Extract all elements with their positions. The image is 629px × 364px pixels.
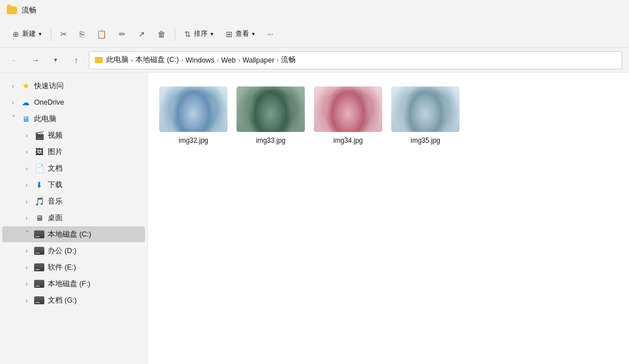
breadcrumb-folder-icon (95, 57, 103, 63)
sidebar-item-downloads[interactable]: › ⬇ 下载 (2, 177, 145, 193)
file-name-img34: img34.jpg (333, 136, 363, 144)
quick-access-chevron: › (9, 82, 17, 90)
f-drive-label: 本地磁盘 (F:) (48, 279, 140, 289)
downloads-chevron: › (23, 181, 31, 189)
file-thumbnail-img34 (314, 86, 382, 132)
downloads-icon: ⬇ (34, 180, 44, 190)
file-item-img34[interactable]: img34.jpg (314, 82, 382, 149)
onedrive-label: OneDrive (34, 98, 140, 106)
sidebar-item-c-drive[interactable]: › 本地磁盘 (C:) (2, 226, 145, 242)
file-name-img32: img32.jpg (179, 136, 208, 144)
window-title: 流畅 (22, 5, 36, 15)
breadcrumb-c-drive[interactable]: 本地磁盘 (C:) (135, 55, 179, 65)
onedrive-chevron: › (9, 98, 17, 106)
forward-button[interactable]: → (27, 52, 43, 68)
rename-icon: ✏ (119, 30, 126, 39)
music-icon: 🎵 (34, 196, 44, 206)
desktop-icon: 🖥 (34, 213, 44, 223)
f-drive-chevron: › (23, 280, 31, 288)
new-button[interactable]: ⊕ 新建 ▾ (7, 26, 47, 42)
pictures-chevron: › (23, 148, 31, 156)
file-thumbnail-img32 (159, 86, 227, 132)
file-item-img32[interactable]: img32.jpg (159, 82, 227, 149)
more-button[interactable]: ··· (262, 27, 279, 41)
sidebar-item-f-drive[interactable]: › 本地磁盘 (F:) (2, 276, 145, 292)
view-label: 查看 (235, 29, 249, 39)
new-label: 新建 (22, 29, 36, 39)
copy-icon: ⎘ (80, 30, 84, 39)
recent-button[interactable]: ▾ (48, 52, 64, 68)
delete-icon: 🗑 (158, 30, 165, 39)
sidebar-item-music[interactable]: › 🎵 音乐 (2, 193, 145, 209)
quick-access-label: 快速访问 (34, 81, 140, 91)
view-icon: ⊞ (226, 30, 233, 39)
content-area: img32.jpg img33.jpg img34.jpg img35.jpg (148, 73, 629, 364)
cut-button[interactable]: ✂ (55, 27, 73, 42)
back-button[interactable]: ← (7, 52, 23, 68)
this-pc-chevron: › (9, 115, 17, 123)
sidebar-item-pictures[interactable]: › 🖼 图片 (2, 144, 145, 160)
video-icon: 🎬 (34, 130, 44, 140)
address-bar: ← → ▾ ↑ 此电脑 › 本地磁盘 (C:) › Windows › Web … (0, 48, 629, 73)
sidebar-item-docs[interactable]: › 📄 文档 (2, 160, 145, 176)
breadcrumb-sep-5: › (276, 56, 279, 64)
paste-button[interactable]: 📋 (91, 27, 112, 42)
sidebar-item-e-drive[interactable]: › 软件 (E:) (2, 259, 145, 275)
sidebar-item-onedrive[interactable]: › ☁ OneDrive (2, 94, 145, 110)
delete-button[interactable]: 🗑 (152, 27, 171, 42)
downloads-label: 下载 (48, 180, 140, 190)
breadcrumb-sep-3: › (217, 56, 219, 64)
c-drive-chevron: › (23, 230, 31, 238)
music-chevron: › (23, 197, 31, 205)
share-button[interactable]: ↗ (133, 27, 151, 42)
breadcrumb-web[interactable]: Web (221, 56, 235, 64)
docs-icon: 📄 (34, 163, 44, 173)
sidebar-item-desktop[interactable]: › 🖥 桌面 (2, 210, 145, 226)
breadcrumb-windows[interactable]: Windows (185, 56, 214, 64)
toolbar-sep-1 (51, 27, 51, 41)
breadcrumb-wallpaper[interactable]: Wallpaper (243, 56, 275, 64)
sort-button[interactable]: ⇅ 排序 ▾ (179, 26, 219, 42)
more-label: ··· (267, 30, 273, 38)
desktop-chevron: › (23, 214, 31, 222)
file-item-img33[interactable]: img33.jpg (237, 82, 305, 149)
docs-label: 文档 (48, 164, 140, 173)
new-icon: ⊕ (13, 30, 19, 39)
share-icon: ↗ (138, 30, 145, 39)
title-folder-icon (7, 6, 17, 14)
d-drive-chevron: › (23, 247, 31, 255)
desktop-label: 桌面 (48, 213, 140, 223)
this-pc-label: 此电脑 (34, 114, 140, 124)
file-item-img35[interactable]: img35.jpg (391, 82, 460, 149)
file-grid: img32.jpg img33.jpg img34.jpg img35.jpg (159, 82, 618, 149)
f-drive-icon (34, 279, 44, 289)
up-button[interactable]: ↑ (68, 52, 84, 68)
breadcrumb-sep-4: › (238, 56, 241, 64)
c-drive-icon (34, 229, 44, 239)
rename-button[interactable]: ✏ (113, 27, 131, 42)
breadcrumb-this-pc[interactable]: 此电脑 (106, 55, 129, 65)
breadcrumb-sep-1: › (131, 56, 133, 64)
sidebar-item-quick-access[interactable]: › ★ 快速访问 (2, 78, 145, 94)
sidebar-item-this-pc[interactable]: › 🖥 此电脑 (2, 111, 145, 127)
sidebar-item-video[interactable]: › 🎬 视频 (2, 127, 145, 143)
sidebar-item-d-drive[interactable]: › 办公 (D:) (2, 243, 145, 259)
view-button[interactable]: ⊞ 查看 ▾ (220, 26, 260, 42)
pc-icon: 🖥 (20, 114, 31, 124)
sort-label: 排序 (194, 29, 208, 39)
main-layout: › ★ 快速访问 › ☁ OneDrive › 🖥 此电脑 › 🎬 视频 › 🖼… (0, 73, 629, 364)
d-drive-label: 办公 (D:) (48, 246, 140, 256)
breadcrumb-bar: 此电脑 › 本地磁盘 (C:) › Windows › Web › Wallpa… (89, 51, 622, 69)
toolbar: ⊕ 新建 ▾ ✂ ⎘ 📋 ✏ ↗ 🗑 ⇅ 排序 ▾ ⊞ 查看 ▾ ··· (0, 20, 629, 48)
cloud-icon: ☁ (20, 97, 31, 107)
breadcrumb-current: 流畅 (281, 55, 296, 65)
file-name-img35: img35.jpg (411, 136, 440, 144)
file-thumbnail-img35 (391, 86, 460, 132)
e-drive-icon (34, 262, 44, 272)
sort-chevron-icon: ▾ (210, 31, 213, 37)
docs-chevron: › (23, 164, 31, 172)
view-chevron-icon: ▾ (252, 31, 255, 37)
sidebar-item-g-drive[interactable]: › 文档 (G:) (2, 292, 145, 308)
g-drive-label: 文档 (G:) (48, 296, 140, 305)
copy-button[interactable]: ⎘ (74, 27, 90, 42)
